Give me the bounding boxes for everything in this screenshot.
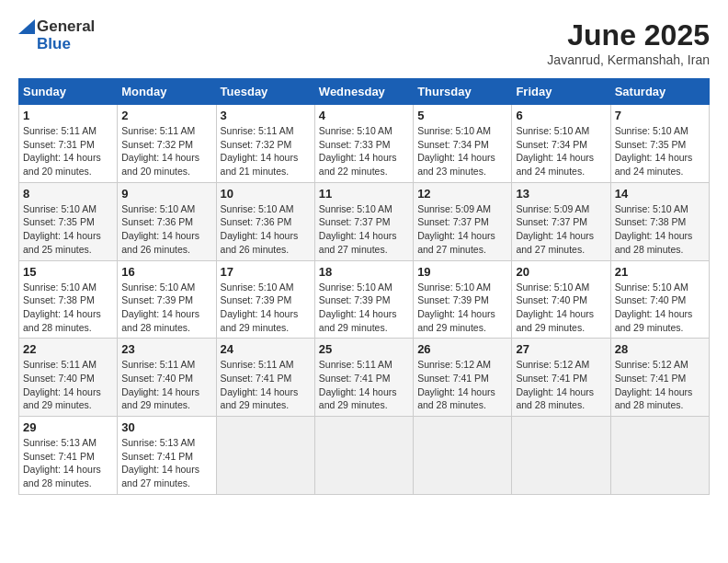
calendar-day-cell: 12 Sunrise: 5:09 AM Sunset: 7:37 PM Dayl… [414, 182, 512, 260]
calendar-day-cell: 18 Sunrise: 5:10 AM Sunset: 7:39 PM Dayl… [314, 260, 413, 339]
daylight-text: Daylight: 14 hours and 28 minutes. [615, 230, 693, 255]
sunset-text: Sunset: 7:41 PM [516, 373, 587, 384]
weekday-header-saturday: Saturday [610, 79, 709, 105]
day-number: 23 [121, 342, 211, 356]
sunrise-text: Sunrise: 5:10 AM [516, 282, 589, 293]
daylight-text: Daylight: 14 hours and 28 minutes. [23, 308, 101, 333]
sunset-text: Sunset: 7:37 PM [516, 216, 587, 227]
daylight-text: Daylight: 14 hours and 29 minutes. [417, 308, 495, 333]
calendar-day-cell: 27 Sunrise: 5:12 AM Sunset: 7:41 PM Dayl… [512, 339, 610, 417]
calendar-day-cell: 14 Sunrise: 5:10 AM Sunset: 7:38 PM Dayl… [610, 182, 709, 260]
daylight-text: Daylight: 14 hours and 29 minutes. [615, 308, 693, 333]
day-info: Sunrise: 5:10 AM Sunset: 7:39 PM Dayligh… [121, 281, 211, 335]
calendar-day-cell: 16 Sunrise: 5:10 AM Sunset: 7:39 PM Dayl… [118, 260, 216, 339]
sunrise-text: Sunrise: 5:10 AM [319, 203, 392, 214]
day-number: 20 [516, 265, 606, 279]
sunset-text: Sunset: 7:38 PM [615, 216, 687, 227]
sunrise-text: Sunrise: 5:10 AM [121, 282, 195, 293]
calendar-day-cell: 23 Sunrise: 5:11 AM Sunset: 7:40 PM Dayl… [118, 339, 216, 417]
day-info: Sunrise: 5:09 AM Sunset: 7:37 PM Dayligh… [516, 202, 606, 257]
sunrise-text: Sunrise: 5:13 AM [121, 437, 195, 448]
sunrise-text: Sunrise: 5:10 AM [319, 125, 392, 136]
sunrise-text: Sunrise: 5:10 AM [23, 282, 97, 293]
day-info: Sunrise: 5:10 AM Sunset: 7:39 PM Dayligh… [221, 281, 311, 335]
day-number: 2 [121, 109, 211, 122]
daylight-text: Daylight: 14 hours and 28 minutes. [121, 308, 199, 333]
calendar-day-cell: 26 Sunrise: 5:12 AM Sunset: 7:41 PM Dayl… [414, 339, 512, 417]
daylight-text: Daylight: 14 hours and 28 minutes. [516, 386, 594, 411]
empty-cell [610, 417, 709, 495]
sunrise-text: Sunrise: 5:13 AM [23, 437, 97, 448]
day-number: 27 [516, 342, 606, 356]
sunrise-text: Sunrise: 5:10 AM [615, 203, 688, 214]
day-info: Sunrise: 5:10 AM Sunset: 7:34 PM Dayligh… [516, 124, 606, 178]
calendar-week-row: 8 Sunrise: 5:10 AM Sunset: 7:35 PM Dayli… [19, 182, 710, 260]
logo-wrap: General Blue [18, 18, 95, 52]
calendar-day-cell: 29 Sunrise: 5:13 AM Sunset: 7:41 PM Dayl… [19, 417, 118, 495]
daylight-text: Daylight: 14 hours and 25 minutes. [23, 230, 101, 255]
day-number: 6 [516, 109, 606, 122]
day-number: 16 [121, 265, 211, 279]
day-info: Sunrise: 5:13 AM Sunset: 7:41 PM Dayligh… [121, 436, 211, 490]
day-info: Sunrise: 5:10 AM Sunset: 7:33 PM Dayligh… [319, 124, 409, 178]
sunset-text: Sunset: 7:40 PM [615, 294, 687, 305]
weekday-header-friday: Friday [512, 79, 610, 105]
day-info: Sunrise: 5:10 AM Sunset: 7:36 PM Dayligh… [121, 202, 211, 257]
daylight-text: Daylight: 14 hours and 26 minutes. [221, 230, 299, 255]
sunset-text: Sunset: 7:35 PM [615, 139, 687, 150]
daylight-text: Daylight: 14 hours and 28 minutes. [417, 386, 495, 411]
sunset-text: Sunset: 7:40 PM [23, 373, 95, 384]
sunset-text: Sunset: 7:38 PM [23, 294, 95, 305]
day-number: 13 [516, 187, 606, 201]
sunrise-text: Sunrise: 5:10 AM [23, 203, 97, 214]
calendar-week-row: 15 Sunrise: 5:10 AM Sunset: 7:38 PM Dayl… [19, 260, 710, 339]
day-info: Sunrise: 5:11 AM Sunset: 7:32 PM Dayligh… [121, 124, 211, 178]
daylight-text: Daylight: 14 hours and 29 minutes. [121, 386, 199, 411]
logo: General Blue [18, 18, 95, 52]
sunrise-text: Sunrise: 5:10 AM [615, 125, 688, 136]
day-number: 25 [319, 342, 409, 356]
sunset-text: Sunset: 7:40 PM [516, 294, 587, 305]
day-number: 21 [615, 265, 705, 279]
calendar-week-row: 1 Sunrise: 5:11 AM Sunset: 7:31 PM Dayli… [19, 105, 710, 183]
sunrise-text: Sunrise: 5:11 AM [121, 125, 195, 136]
day-number: 9 [121, 187, 211, 201]
daylight-text: Daylight: 14 hours and 28 minutes. [615, 386, 693, 411]
month-year-title: June 2025 [547, 18, 710, 52]
daylight-text: Daylight: 14 hours and 29 minutes. [319, 386, 397, 411]
calendar-table: SundayMondayTuesdayWednesdayThursdayFrid… [18, 78, 710, 495]
sunset-text: Sunset: 7:41 PM [221, 373, 292, 384]
sunset-text: Sunset: 7:40 PM [121, 373, 193, 384]
calendar-day-cell: 6 Sunrise: 5:10 AM Sunset: 7:34 PM Dayli… [512, 105, 610, 183]
calendar-day-cell: 5 Sunrise: 5:10 AM Sunset: 7:34 PM Dayli… [414, 105, 512, 183]
calendar-day-cell: 24 Sunrise: 5:11 AM Sunset: 7:41 PM Dayl… [216, 339, 314, 417]
daylight-text: Daylight: 14 hours and 27 minutes. [121, 464, 199, 488]
sunset-text: Sunset: 7:31 PM [23, 139, 95, 150]
calendar-day-cell: 21 Sunrise: 5:10 AM Sunset: 7:40 PM Dayl… [610, 260, 709, 339]
sunset-text: Sunset: 7:32 PM [121, 139, 193, 150]
sunset-text: Sunset: 7:41 PM [319, 373, 391, 384]
calendar-day-cell: 22 Sunrise: 5:11 AM Sunset: 7:40 PM Dayl… [19, 339, 118, 417]
sunrise-text: Sunrise: 5:11 AM [221, 125, 294, 136]
svg-marker-0 [18, 19, 35, 34]
sunset-text: Sunset: 7:39 PM [319, 294, 391, 305]
sunrise-text: Sunrise: 5:11 AM [319, 359, 392, 370]
daylight-text: Daylight: 14 hours and 24 minutes. [516, 152, 594, 177]
calendar-day-cell: 7 Sunrise: 5:10 AM Sunset: 7:35 PM Dayli… [610, 105, 709, 183]
day-info: Sunrise: 5:11 AM Sunset: 7:40 PM Dayligh… [121, 358, 211, 412]
sunset-text: Sunset: 7:32 PM [221, 139, 292, 150]
daylight-text: Daylight: 14 hours and 29 minutes. [516, 308, 594, 333]
day-number: 7 [615, 109, 705, 122]
day-number: 19 [417, 265, 507, 279]
day-number: 4 [319, 109, 409, 122]
day-info: Sunrise: 5:11 AM Sunset: 7:32 PM Dayligh… [221, 124, 311, 178]
sunset-text: Sunset: 7:41 PM [417, 373, 489, 384]
day-number: 12 [417, 187, 507, 201]
calendar-day-cell: 28 Sunrise: 5:12 AM Sunset: 7:41 PM Dayl… [610, 339, 709, 417]
calendar-day-cell: 10 Sunrise: 5:10 AM Sunset: 7:36 PM Dayl… [216, 182, 314, 260]
calendar-day-cell: 3 Sunrise: 5:11 AM Sunset: 7:32 PM Dayli… [216, 105, 314, 183]
sunset-text: Sunset: 7:41 PM [121, 451, 193, 462]
calendar-day-cell: 17 Sunrise: 5:10 AM Sunset: 7:39 PM Dayl… [216, 260, 314, 339]
sunrise-text: Sunrise: 5:09 AM [516, 203, 589, 214]
day-number: 18 [319, 265, 409, 279]
